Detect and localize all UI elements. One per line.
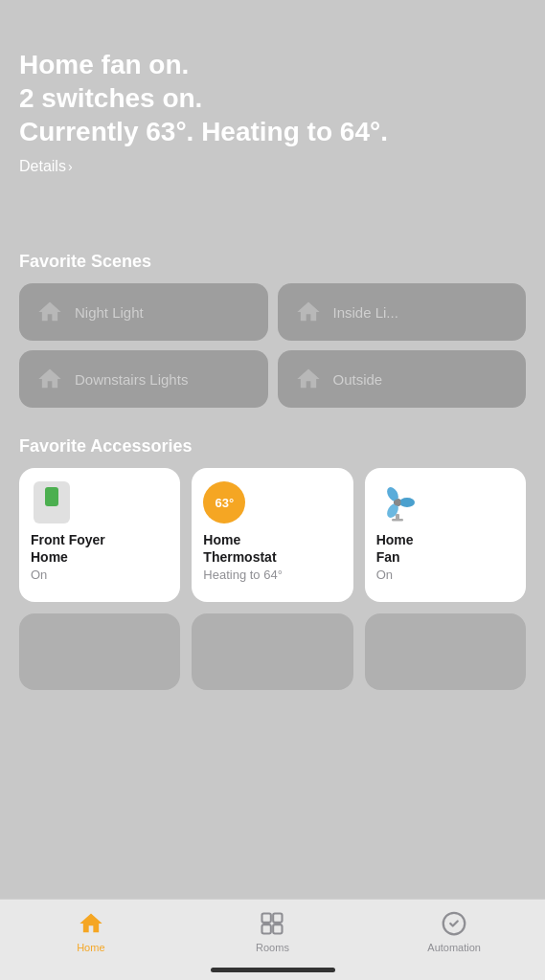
accessories-grid: Front Foyer Home On 63° Home Thermostat … [19,468,526,602]
accessory-status-thermostat: Heating to 64° [203,568,283,582]
details-link[interactable]: Details › [19,158,526,175]
scene-icon-outside [293,364,324,394]
automation-nav-label: Automation [427,942,481,953]
nav-item-automation[interactable]: Automation [416,909,492,953]
scene-label-inside-lights: Inside Li... [333,304,398,321]
switch-icon-area [31,481,73,523]
headline-line2: 2 switches on. [19,81,526,115]
accessory-status-front-foyer: On [31,568,47,582]
favorite-scenes-section: Favorite Scenes Night Light Inside Li. [19,252,526,408]
nav-item-rooms[interactable]: Rooms [234,909,310,953]
scene-icon-downstairs [34,364,65,394]
rooms-nav-icon [258,909,286,938]
headline-line3: Currently 63°. Heating to 64°. [19,115,526,148]
scene-tile-inside-lights[interactable]: Inside Li... [278,283,527,341]
svg-rect-7 [262,914,271,923]
scene-icon-inside-lights [293,297,324,327]
fan-icon-area [376,481,419,523]
accessory-tile-fan[interactable]: Home Fan On [365,468,526,602]
status-headline: Home fan on. 2 switches on. Currently 63… [19,48,526,148]
svg-rect-6 [392,519,403,522]
scene-label-night-light: Night Light [75,304,144,321]
svg-rect-9 [262,924,271,933]
accessory-tile-placeholder-2[interactable] [192,613,352,690]
svg-point-2 [399,498,415,507]
accessory-name-thermostat: Home Thermostat [203,531,276,566]
svg-point-4 [394,500,400,506]
home-indicator [211,968,335,972]
accessories-row-2 [19,613,526,690]
automation-nav-icon [440,909,468,938]
svg-rect-10 [274,924,283,933]
home-nav-label: Home [77,942,104,953]
accessory-tile-placeholder-1[interactable] [19,613,180,690]
switch-icon [34,481,70,523]
scene-tile-downstairs-lights[interactable]: Downstairs Lights [19,350,268,408]
details-label: Details [19,158,66,175]
scenes-grid: Night Light Inside Li... Downstairs [19,283,526,408]
nav-item-home[interactable]: Home [53,909,129,953]
rooms-nav-label: Rooms [256,942,289,953]
accessory-name-fan: Home Fan [376,531,414,566]
headline-line1: Home fan on. [19,48,526,81]
accessory-status-fan: On [376,568,393,582]
scene-tile-night-light[interactable]: Night Light [19,283,268,341]
home-nav-icon [77,909,105,938]
main-content: Home fan on. 2 switches on. Currently 63… [0,0,545,690]
favorite-accessories-title: Favorite Accessories [19,436,526,457]
scene-label-outside: Outside [333,371,383,388]
accessory-name-front-foyer: Front Foyer Home [31,531,105,566]
svg-rect-8 [274,914,283,923]
details-chevron: › [68,159,73,174]
thermostat-icon-area: 63° [203,481,245,523]
fan-svg-icon [376,481,419,523]
switch-indicator [45,487,58,506]
accessory-tile-thermostat[interactable]: 63° Home Thermostat Heating to 64° [192,468,352,602]
scene-icon-night-light [34,297,65,327]
favorite-accessories-section: Favorite Accessories Front Foyer Home On [19,436,526,690]
scene-label-downstairs: Downstairs Lights [75,371,188,388]
favorite-scenes-title: Favorite Scenes [19,252,526,272]
accessory-tile-placeholder-3[interactable] [365,613,526,690]
scene-tile-outside[interactable]: Outside [278,350,527,408]
thermostat-badge: 63° [203,481,245,523]
accessory-tile-front-foyer[interactable]: Front Foyer Home On [19,468,180,602]
